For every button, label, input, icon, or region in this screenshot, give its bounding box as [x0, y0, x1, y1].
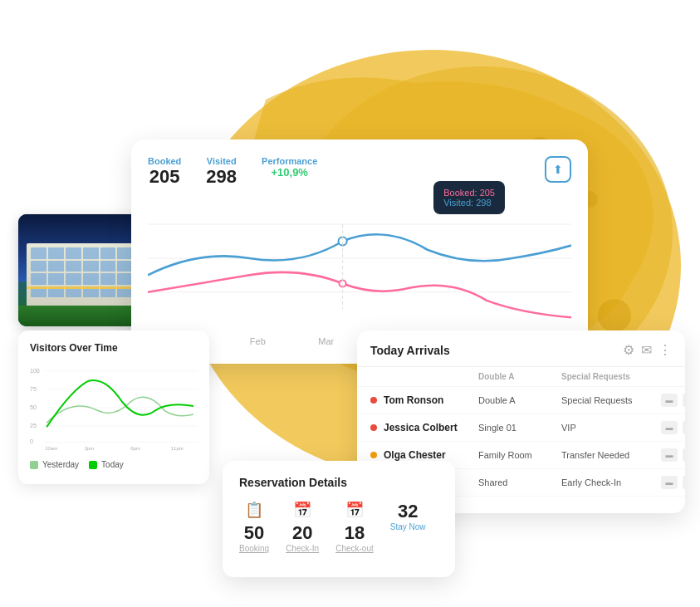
- guest-request: Early Check-In: [561, 477, 661, 487]
- month-feb: Feb: [250, 336, 266, 346]
- filter-icon[interactable]: ⚙: [623, 342, 634, 358]
- checkout-stat: 📅 18 Check-out: [335, 501, 374, 553]
- svg-text:10am: 10am: [45, 446, 57, 451]
- reservation-title: Reservation Details: [239, 476, 438, 489]
- checkin-label: Check-In: [286, 544, 319, 553]
- guest-room: Single 01: [478, 423, 561, 433]
- card-icon[interactable]: ▬: [661, 421, 678, 434]
- content-wrapper: Booked 205 Visited 298 Performance +10,9…: [0, 0, 700, 607]
- visited-label: Visited: [206, 156, 237, 166]
- checkout-label: Check-out: [335, 544, 374, 553]
- status-dot: [370, 452, 377, 458]
- chart-tooltip: Booked: 205 Visited: 298: [433, 181, 505, 214]
- today-label: Today: [101, 460, 124, 469]
- guest-actions: ▬ ✉ ⋮: [661, 421, 685, 434]
- visitors-chart-svg: 100 75 50 25 0 10am 2pm 6pm 11pm: [30, 360, 198, 452]
- visitors-legend: Yesterday Today: [30, 460, 198, 469]
- booking-stat: 📋 50 Booking: [239, 501, 269, 553]
- guest-actions: ▬ ✉ ⋮: [661, 448, 685, 462]
- table-row: Tom Ronson Double A Special Requests ▬ ✉…: [357, 387, 685, 414]
- legend-today: Today: [89, 460, 124, 469]
- analytics-header: Booked 205 Visited 298 Performance +10,9…: [148, 156, 571, 188]
- email-btn[interactable]: ✉: [683, 421, 685, 434]
- tooltip-booked: Booked: 205: [443, 188, 495, 198]
- performance-stat: Performance +10,9%: [262, 156, 317, 188]
- col-actions: [661, 372, 685, 381]
- visited-stat: Visited 298: [206, 156, 237, 188]
- guest-request: Transfer Needed: [561, 450, 661, 460]
- svg-text:100: 100: [30, 368, 40, 374]
- svg-text:0: 0: [30, 438, 33, 444]
- email-btn[interactable]: ✉: [683, 394, 685, 407]
- upload-button[interactable]: ⬆: [545, 156, 571, 183]
- performance-label: Performance: [262, 156, 317, 166]
- performance-value: +10,9%: [262, 166, 317, 179]
- guest-name: Tom Ronson: [370, 394, 478, 406]
- legend-yesterday: Yesterday: [30, 460, 79, 469]
- svg-text:75: 75: [30, 386, 37, 392]
- svg-text:2pm: 2pm: [85, 446, 95, 451]
- reservation-stats: 📋 50 Booking 📅 20 Check-In 📅 18 Check-ou…: [239, 501, 438, 553]
- svg-text:6pm: 6pm: [130, 446, 140, 451]
- guest-actions: ▬ ✉ ⋮: [661, 394, 685, 407]
- col-name: [370, 372, 478, 381]
- month-mar: Mar: [318, 336, 334, 346]
- booking-icon: 📋: [239, 501, 269, 519]
- status-dot: [370, 424, 377, 431]
- col-request: Special Requests: [561, 372, 661, 381]
- checkin-icon: 📅: [286, 501, 319, 519]
- chart-svg: [148, 196, 571, 329]
- svg-text:50: 50: [30, 404, 37, 410]
- arrivals-title: Today Arrivals: [370, 344, 450, 357]
- svg-text:11pm: 11pm: [171, 446, 184, 451]
- arrivals-header: Today Arrivals ⚙ ✉ ⋮: [357, 330, 685, 367]
- checkout-value: 18: [335, 522, 374, 544]
- yesterday-label: Yesterday: [42, 460, 79, 469]
- visitors-title: Visitors Over Time: [30, 342, 198, 354]
- more-icon[interactable]: ⋮: [658, 342, 672, 358]
- reservation-card: Reservation Details 📋 50 Booking 📅 20 Ch…: [223, 461, 455, 577]
- arrivals-actions: ⚙ ✉ ⋮: [623, 342, 672, 358]
- guest-room: Shared: [478, 477, 561, 487]
- booking-label: Booking: [239, 544, 269, 553]
- checkout-icon: 📅: [335, 501, 374, 519]
- arrivals-col-headers: Double A Special Requests: [357, 367, 685, 387]
- stay-now-value: 32: [390, 501, 426, 522]
- status-dot: [370, 397, 377, 404]
- yesterday-dot: [30, 461, 38, 469]
- guest-room: Family Room: [478, 450, 561, 460]
- stay-now-stat: 32 Stay Now: [390, 501, 426, 531]
- analytics-stats: Booked 205 Visited 298 Performance +10,9…: [148, 156, 317, 188]
- tooltip-visited: Visited: 298: [443, 198, 495, 208]
- table-row: Jessica Colbert Single 01 VIP ▬ ✉ ⋮: [357, 414, 685, 442]
- email-icon[interactable]: ✉: [641, 342, 652, 358]
- card-icon[interactable]: ▬: [661, 448, 678, 462]
- svg-text:25: 25: [30, 423, 37, 428]
- booked-stat: Booked 205: [148, 156, 181, 188]
- today-dot: [89, 461, 97, 469]
- guest-room: Double A: [478, 395, 561, 405]
- email-btn[interactable]: ✉: [683, 476, 685, 489]
- guest-name: Olga Chester: [370, 449, 478, 461]
- col-room: Double A: [478, 372, 561, 381]
- guest-request: Special Requests: [561, 395, 661, 405]
- stay-now-label[interactable]: Stay Now: [390, 522, 426, 531]
- checkin-value: 20: [286, 522, 319, 544]
- booked-value: 205: [148, 166, 181, 188]
- checkin-stat: 📅 20 Check-In: [286, 501, 319, 553]
- guest-actions: ▬ ✉ ⋮: [661, 476, 685, 489]
- guest-name: Jessica Colbert: [370, 422, 478, 433]
- email-btn[interactable]: ✉: [683, 448, 685, 462]
- card-icon[interactable]: ▬: [661, 476, 678, 489]
- booked-label: Booked: [148, 156, 181, 166]
- guest-request: VIP: [561, 423, 661, 433]
- chart-area: Jan Feb Mar Apr Oct Nov: [148, 196, 571, 345]
- visited-value: 298: [206, 166, 237, 188]
- booking-value: 50: [239, 522, 269, 544]
- visitors-card: Visitors Over Time 100 75 50 25 0 10am 2…: [18, 330, 209, 484]
- card-icon[interactable]: ▬: [661, 394, 678, 407]
